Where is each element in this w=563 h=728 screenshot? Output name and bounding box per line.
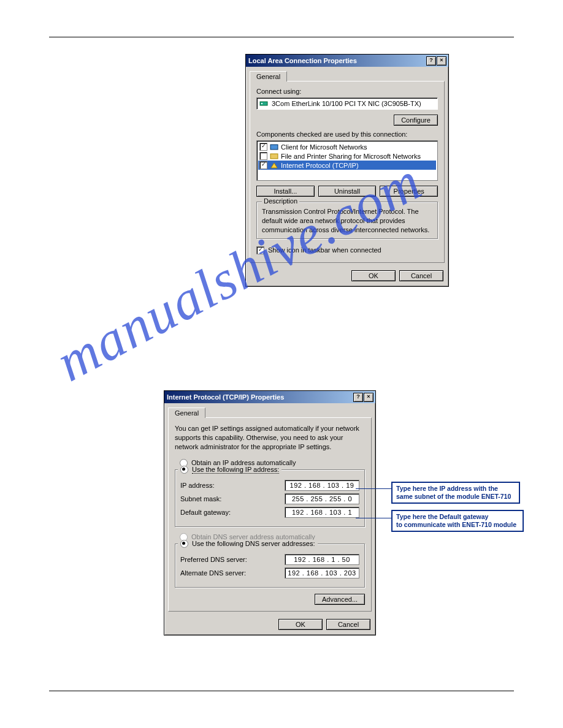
cancel-button[interactable]: Cancel: [326, 619, 370, 630]
adapter-name: 3Com EtherLink 10/100 PCI TX NIC (3C905B…: [272, 100, 421, 107]
titlebar: Internet Protocol (TCP/IP) Properties ? …: [164, 391, 375, 403]
ok-button[interactable]: OK: [351, 270, 396, 281]
static-dns-group: Use the following DNS server addresses: …: [175, 544, 365, 588]
share-icon: [270, 153, 278, 160]
ok-button[interactable]: OK: [278, 619, 323, 630]
callout-ip-line1: Type here the IP address with the: [396, 485, 498, 492]
cancel-button[interactable]: Cancel: [399, 270, 443, 281]
default-gateway-label: Default gateway:: [180, 509, 254, 516]
install-button[interactable]: Install...: [256, 186, 315, 197]
svg-rect-0: [260, 102, 267, 105]
callout-ip-line2: same subnet of the module ENET-710: [396, 493, 511, 500]
default-gateway-input[interactable]: 192 . 168 . 103 . 1: [285, 507, 359, 518]
checkbox-icon[interactable]: [259, 152, 267, 160]
nic-icon: [259, 100, 268, 107]
page-rule-bottom: [49, 691, 514, 691]
ip-address-label: IP address:: [180, 482, 254, 489]
ip-address-input[interactable]: 192 . 168 . 103 . 19: [285, 480, 359, 491]
description-text: Transmission Control Protocol/Internet P…: [262, 207, 432, 235]
callout-ip: Type here the IP address with the same s…: [391, 482, 520, 504]
checkbox-icon[interactable]: ✓: [259, 143, 267, 151]
dialog-tcpip-properties: Internet Protocol (TCP/IP) Properties ? …: [164, 390, 376, 635]
alternate-dns-label: Alternate DNS server:: [180, 569, 254, 577]
protocol-icon: [270, 162, 278, 169]
item-label: Client for Microsoft Networks: [281, 143, 367, 151]
adapter-field: 3Com EtherLink 10/100 PCI TX NIC (3C905B…: [256, 97, 438, 110]
components-label: Components checked are used by this conn…: [256, 131, 438, 138]
checkbox-icon[interactable]: ✓: [259, 161, 267, 169]
properties-button[interactable]: Properties: [380, 186, 438, 197]
help-button[interactable]: ?: [353, 393, 363, 402]
radio-static-dns-label: Use the following DNS server addresses:: [192, 540, 315, 547]
client-icon: [270, 143, 278, 151]
page-rule-top: [49, 37, 514, 37]
tabpanel-general: You can get IP settings assigned automat…: [168, 417, 372, 612]
callout-gw-line1: Type here the Default gateway: [396, 513, 488, 520]
radio-static-dns[interactable]: [180, 540, 188, 548]
callout-gw-line2: to communicate with ENET-710 module: [396, 521, 516, 528]
subnet-mask-label: Subnet mask:: [180, 495, 254, 502]
list-item[interactable]: ✓ Client for Microsoft Networks: [258, 142, 436, 151]
svg-rect-2: [270, 145, 278, 150]
dialog-lan-properties: Local Area Connection Properties ? × Gen…: [245, 54, 449, 287]
close-button[interactable]: ×: [437, 56, 446, 66]
preferred-dns-input[interactable]: 192 . 168 . 1 . 50: [285, 554, 359, 565]
close-button[interactable]: ×: [364, 393, 373, 402]
radio-static-ip-label: Use the following IP address:: [192, 466, 279, 474]
leader-line-gw: [356, 518, 391, 518]
tabpanel-general: Connect using: 3Com EtherLink 10/100 PCI…: [250, 81, 445, 263]
components-listbox[interactable]: ✓ Client for Microsoft Networks File and…: [256, 140, 438, 181]
title-text: Local Area Connection Properties: [248, 57, 357, 64]
show-icon-checkbox[interactable]: ✓: [256, 246, 264, 254]
intro-text: You can get IP settings assigned automat…: [175, 424, 365, 452]
tab-general[interactable]: General: [250, 71, 287, 82]
alternate-dns-input[interactable]: 192 . 168 . 103 . 203: [285, 567, 359, 578]
uninstall-button[interactable]: Uninstall: [318, 186, 377, 197]
item-label: File and Printer Sharing for Microsoft N…: [281, 153, 421, 160]
callout-gateway: Type here the Default gateway to communi…: [391, 510, 524, 532]
title-text: Internet Protocol (TCP/IP) Properties: [167, 393, 284, 401]
subnet-mask-input[interactable]: 255 . 255 . 255 . 0: [285, 493, 359, 504]
item-label: Internet Protocol (TCP/IP): [281, 162, 359, 169]
help-button[interactable]: ?: [426, 56, 436, 66]
show-icon-label: Show icon in taskbar when connected: [268, 246, 381, 254]
list-item[interactable]: ✓ Internet Protocol (TCP/IP): [258, 161, 436, 170]
svg-rect-1: [261, 103, 262, 104]
advanced-button[interactable]: Advanced...: [315, 594, 365, 605]
static-ip-group: Use the following IP address: IP address…: [175, 469, 365, 527]
titlebar: Local Area Connection Properties ? ×: [246, 55, 448, 67]
description-legend: Description: [262, 197, 299, 205]
configure-button[interactable]: Configure: [394, 115, 438, 126]
svg-rect-3: [270, 154, 278, 159]
preferred-dns-label: Preferred DNS server:: [180, 556, 254, 563]
connect-using-label: Connect using:: [256, 88, 438, 95]
tab-general[interactable]: General: [168, 408, 205, 418]
leader-line-ip: [356, 488, 391, 489]
list-item[interactable]: File and Printer Sharing for Microsoft N…: [258, 151, 436, 161]
description-group: Description Transmission Control Protoco…: [256, 202, 438, 239]
radio-static-ip[interactable]: [180, 466, 188, 474]
